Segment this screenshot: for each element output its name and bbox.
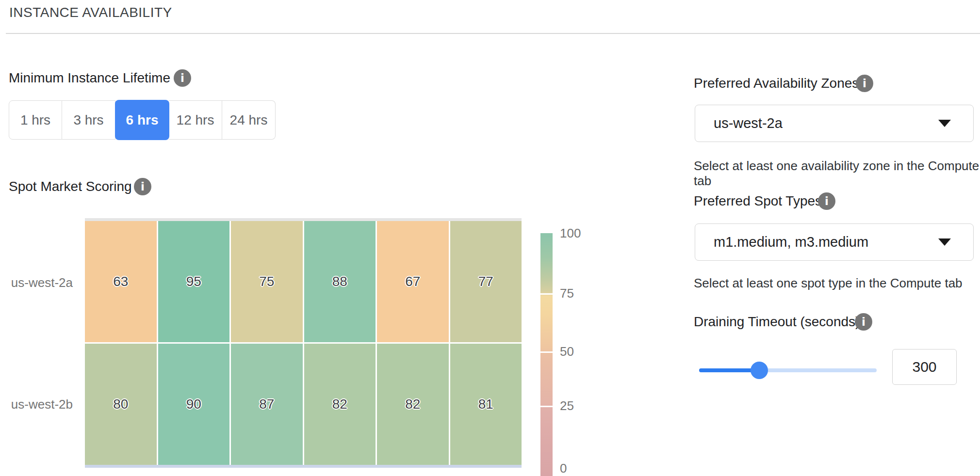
lifetime-option-24hrs[interactable]: 24 hrs [222, 100, 276, 140]
spot-types-dropdown[interactable]: m1.medium, m3.medium [695, 223, 974, 261]
header-divider [6, 33, 980, 34]
availability-zones-dropdown[interactable]: us-west-2a [695, 105, 974, 142]
heatmap-cell: 82 [304, 344, 376, 465]
spot-types-helper-text: Select at least one spot type in the Com… [694, 276, 963, 291]
heatmap-cell: 87 [231, 344, 303, 465]
preferred-spot-types-info-icon[interactable]: i [818, 192, 835, 210]
spot-market-scoring-heatmap: 63 95 75 88 67 77 80 90 87 82 82 81 [85, 221, 522, 465]
heatmap-cell: 75 [231, 221, 303, 342]
colorbar-divider [540, 406, 553, 407]
availability-zones-dropdown-value: us-west-2a [695, 115, 938, 131]
heatmap-cell: 88 [304, 221, 376, 342]
heatmap-cell: 77 [450, 221, 522, 342]
availability-zones-helper-text: Select at least one availability zone in… [694, 159, 980, 189]
colorbar-divider [540, 351, 553, 353]
heatmap-colorbar [540, 233, 553, 476]
draining-timeout-slider-track[interactable] [699, 368, 877, 372]
heatmap-cell: 82 [377, 344, 449, 465]
heatmap-row-label-us-west-2b: us-west-2b [10, 397, 73, 412]
heatmap-bottom-border [85, 465, 522, 468]
spot-market-scoring-info-icon[interactable]: i [134, 178, 151, 195]
colorbar-tick-0: 0 [560, 461, 567, 475]
info-glyph: i [141, 180, 145, 193]
lifetime-option-1hrs[interactable]: 1 hrs [9, 100, 62, 140]
chevron-down-icon [938, 120, 951, 127]
heatmap-cell: 81 [450, 344, 522, 465]
heatmap-cell: 90 [158, 344, 230, 465]
draining-timeout-input[interactable] [892, 349, 957, 385]
heatmap-cell: 95 [158, 221, 230, 342]
spot-market-scoring-label: Spot Market Scoring [9, 179, 132, 194]
chevron-down-icon [938, 238, 951, 246]
preferred-availability-zones-label: Preferred Availability Zones [694, 76, 859, 91]
heatmap-cell: 80 [85, 344, 157, 465]
draining-timeout-slider-handle[interactable] [751, 362, 768, 379]
heatmap-cell: 63 [85, 221, 157, 342]
info-glyph: i [863, 77, 866, 90]
minimum-instance-lifetime-label: Minimum Instance Lifetime [9, 70, 170, 86]
preferred-availability-zones-info-icon[interactable]: i [856, 75, 873, 92]
info-glyph: i [862, 316, 866, 328]
heatmap-cell: 67 [377, 221, 449, 342]
lifetime-option-6hrs-selected[interactable]: 6 hrs [115, 100, 169, 140]
lifetime-button-group: 1 hrs 3 hrs 6 hrs 12 hrs 24 hrs [9, 100, 276, 140]
lifetime-option-3hrs[interactable]: 3 hrs [62, 100, 115, 140]
minimum-instance-lifetime-info-icon[interactable]: i [174, 69, 191, 87]
heatmap-row-label-us-west-2a: us-west-2a [10, 275, 73, 290]
colorbar-tick-100: 100 [560, 226, 581, 240]
page-title: INSTANCE AVAILABILITY [9, 5, 172, 20]
info-glyph: i [825, 195, 829, 207]
draining-timeout-info-icon[interactable]: i [855, 313, 872, 331]
draining-timeout-label: Draining Timeout (seconds) [694, 314, 860, 330]
preferred-spot-types-label: Preferred Spot Types [694, 193, 822, 209]
spot-types-dropdown-value: m1.medium, m3.medium [695, 234, 938, 250]
lifetime-option-12hrs[interactable]: 12 hrs [169, 100, 222, 140]
colorbar-tick-50: 50 [560, 345, 574, 358]
colorbar-divider [540, 293, 553, 295]
info-glyph: i [180, 72, 184, 84]
colorbar-tick-25: 25 [560, 399, 574, 413]
colorbar-tick-75: 75 [560, 286, 574, 300]
